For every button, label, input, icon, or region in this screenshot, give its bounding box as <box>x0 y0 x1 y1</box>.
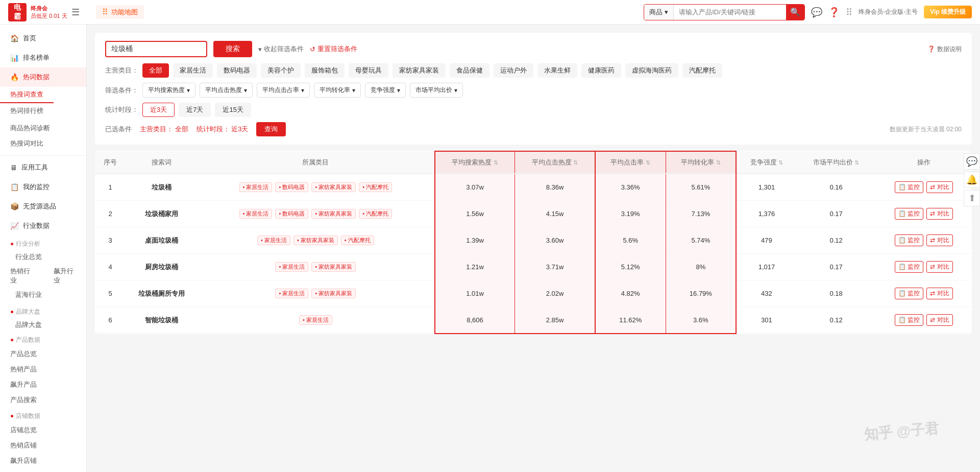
grid-icon[interactable]: ⠿ <box>846 7 852 18</box>
sidebar-sub-hot-search[interactable]: 热搜词查查 <box>0 87 54 103</box>
analysis-submenu: 行业总览 热销行业 飙升行业 蓝海行业 <box>0 250 86 303</box>
col-header-avg-convert[interactable]: 平均转化率 ⇅ <box>666 151 736 174</box>
action-btn-对比[interactable]: ⇄ 对比 <box>926 261 952 273</box>
cat-btn-health[interactable]: 健康医药 <box>581 63 621 78</box>
sidebar-industry-data-label: 行业数据 <box>23 221 50 230</box>
cat-btn-home-life[interactable]: 家居生活 <box>173 63 213 78</box>
func-map-button[interactable]: ⠿ 功能地图 <box>96 5 144 19</box>
help-icon[interactable]: ❓ <box>828 7 840 18</box>
cat-btn-beauty[interactable]: 美容个护 <box>261 63 301 78</box>
col-header-avg-click-heat[interactable]: 平均点击热度 ⇅ <box>515 151 595 174</box>
sidebar-item-monitor[interactable]: 📋 我的监控 <box>0 177 86 197</box>
shop-section-label: ● 店铺数据 <box>0 408 86 422</box>
filter-avg-search[interactable]: 平均搜索热度 ▾ <box>142 83 195 98</box>
sidebar-sub-hot-compare[interactable]: 热搜词对比 <box>0 136 54 151</box>
query-button[interactable]: 查询 <box>256 122 286 136</box>
action-btn-监控[interactable]: 📋 监控 <box>895 261 923 273</box>
col-header-avg-click-rate[interactable]: 平均点击率 ⇅ <box>595 151 666 174</box>
time-btn-15d[interactable]: 近15天 <box>215 103 251 117</box>
sidebar-item-no-source[interactable]: 📦 无货源选品 <box>0 197 86 216</box>
col-header-keyword: 搜索词 <box>126 151 197 174</box>
col-header-competition[interactable]: 竞争强度 ⇅ <box>736 151 797 174</box>
sidebar-sub-brand-bigdata[interactable]: 品牌大盘 <box>0 318 86 332</box>
col-header-seq: 序号 <box>95 151 126 174</box>
sidebar-sub-hot-rank[interactable]: 热词排行榜 <box>0 103 54 119</box>
sidebar-sub-product-search[interactable]: 产品搜索 <box>0 392 47 408</box>
filter-avg-click-heat[interactable]: 平均点击热度 ▾ <box>200 83 253 98</box>
search-category-selector[interactable]: 商品 ▾ <box>644 5 674 20</box>
action-btn-监控[interactable]: 📋 监控 <box>895 288 923 299</box>
sidebar-sub-rising-shop[interactable]: 飙升店铺 <box>0 453 47 468</box>
cat-btn-digital[interactable]: 数码电器 <box>217 63 257 78</box>
sidebar-sub-industry-total[interactable]: 行业总览 <box>0 250 86 264</box>
action-btn-对比[interactable]: ⇄ 对比 <box>926 288 952 299</box>
filter-avg-search-label: 平均搜索热度 <box>148 86 185 95</box>
cond-category: 主营类目： 全部 <box>140 125 188 134</box>
action-btn-监控[interactable]: 📋 监控 <box>895 208 923 220</box>
cat-btn-outdoor[interactable]: 运动户外 <box>494 63 533 78</box>
sidebar-sub-blue-ocean[interactable]: 蓝海行业 <box>0 288 86 301</box>
cat-btn-food[interactable]: 食品保健 <box>450 63 489 78</box>
cell-avg-click-heat: 3.60w <box>515 227 595 254</box>
time-btn-3d[interactable]: 近3天 <box>142 103 175 117</box>
global-search-button[interactable]: 🔍 <box>786 5 804 20</box>
sidebar-item-industry-data[interactable]: 📈 行业数据 <box>0 216 86 235</box>
filter-avg-price[interactable]: 市场平均出价 ▾ <box>410 83 463 98</box>
sidebar-item-hot-data[interactable]: 🔥 热词数据 <box>0 67 86 87</box>
sidebar-sub-product-total[interactable]: 产品总览 <box>0 346 47 362</box>
float-btn-1[interactable]: 💬 <box>964 153 980 170</box>
cat-btn-textile[interactable]: 家纺家具家装 <box>393 63 446 78</box>
sidebar-item-app-tools[interactable]: 🖥 应用工具 <box>0 158 86 177</box>
action-btn-对比[interactable]: ⇄ 对比 <box>926 181 952 193</box>
menu-icon[interactable]: ☰ <box>71 7 80 18</box>
sort-icon-convert: ⇅ <box>716 159 721 166</box>
col-header-category: 所属类目 <box>197 151 435 174</box>
action-btn-对比[interactable]: ⇄ 对比 <box>926 314 952 326</box>
cell-seq: 1 <box>95 174 126 201</box>
filter-avg-click-heat-label: 平均点击热度 <box>205 86 242 95</box>
keyword-input[interactable] <box>105 41 207 57</box>
cat-btn-clothing[interactable]: 服饰箱包 <box>305 63 345 78</box>
float-btn-2[interactable]: 🔔 <box>964 172 980 188</box>
action-btn-监控[interactable]: 📋 监控 <box>895 234 923 246</box>
vip-upgrade-button[interactable]: Vip 续费升级 <box>924 6 972 18</box>
cat-btn-baby[interactable]: 母婴玩具 <box>349 63 388 78</box>
sidebar-sub-rising-product[interactable]: 飙升产品 <box>0 377 47 392</box>
sidebar-sub-hot-product[interactable]: 热销产品 <box>0 362 47 377</box>
sidebar-sub-hot-industry[interactable]: 热销行业 <box>0 264 43 288</box>
question-icon[interactable]: 💬 <box>811 7 822 18</box>
sidebar-sub-shop-search[interactable]: 店铺搜索 <box>0 468 47 472</box>
cell-avg-search-heat: 3.07w <box>435 174 515 201</box>
sidebar-sub-rising-industry[interactable]: 飙升行业 <box>43 264 87 288</box>
cat-btn-auto[interactable]: 汽配摩托 <box>682 63 722 78</box>
cell-seq: 4 <box>95 254 126 280</box>
filter-avg-convert[interactable]: 平均转化率 ▾ <box>314 83 361 98</box>
cell-keyword: 垃圾桶家用 <box>126 201 197 227</box>
cat-btn-all[interactable]: 全部 <box>142 63 169 78</box>
cat-btn-fresh[interactable]: 水果生鲜 <box>537 63 577 78</box>
sidebar-item-home[interactable]: 🏠 首页 <box>0 29 86 48</box>
search-button[interactable]: 搜索 <box>213 41 252 57</box>
sidebar-item-ranking[interactable]: 📊 排名榜单 <box>0 48 86 67</box>
action-btn-监控[interactable]: 📋 监控 <box>895 181 923 193</box>
cell-category: • 家居生活• 家纺家具家装 <box>197 280 435 307</box>
sidebar-sub-goods-hot[interactable]: 商品热词诊断 <box>0 121 60 136</box>
filter-competition[interactable]: 竞争强度 ▾ <box>365 83 406 98</box>
action-btn-监控[interactable]: 📋 监控 <box>895 314 923 326</box>
sidebar-sub-hot-shop[interactable]: 热销店铺 <box>0 438 47 453</box>
filter-toggle[interactable]: ▾ 收起筛选条件 <box>258 44 304 54</box>
logo-icon: 电霸 <box>8 3 27 21</box>
col-header-avg-search-heat[interactable]: 平均搜索热度 ⇅ <box>435 151 515 174</box>
filter-avg-search-arrow: ▾ <box>187 87 190 94</box>
col-header-avg-price[interactable]: 市场平均出价 ⇅ <box>797 151 876 174</box>
data-note[interactable]: ❓ 数据说明 <box>927 45 962 54</box>
reset-filter-button[interactable]: ↺ 重置筛选条件 <box>310 44 357 54</box>
global-search-input[interactable] <box>674 5 786 20</box>
action-btn-对比[interactable]: ⇄ 对比 <box>926 208 952 220</box>
float-btn-3[interactable]: ⬆ <box>964 190 980 206</box>
action-btn-对比[interactable]: ⇄ 对比 <box>926 234 952 246</box>
cat-btn-virtual[interactable]: 虚拟海淘医药 <box>625 63 678 78</box>
filter-avg-click-rate[interactable]: 平均点击占率 ▾ <box>257 83 310 98</box>
time-btn-7d[interactable]: 近7天 <box>179 103 211 117</box>
sidebar-sub-shop-total[interactable]: 店铺总览 <box>0 422 47 438</box>
